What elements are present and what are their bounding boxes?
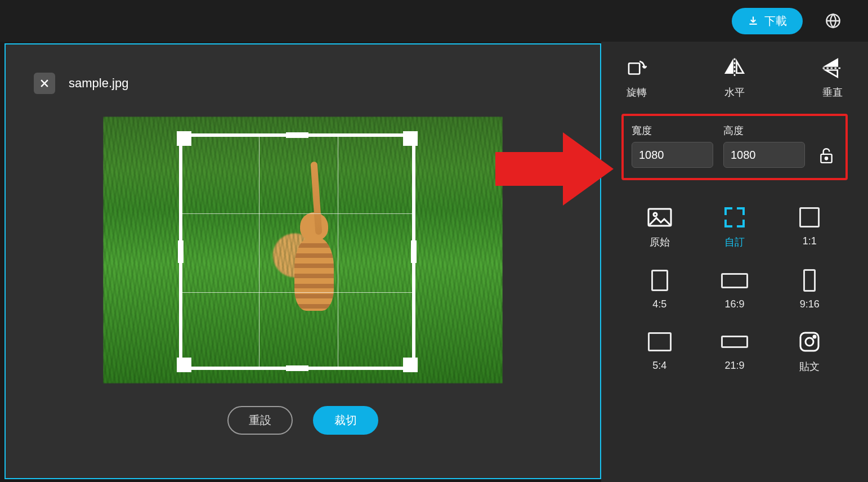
crop-handle-bottom[interactable]	[286, 365, 308, 371]
flip-horizontal-icon	[723, 56, 746, 80]
ratio-custom[interactable]: 自訂	[702, 206, 767, 249]
crop-button[interactable]: 裁切	[313, 406, 378, 435]
aspect-ratio-list: 原始 自訂 1:1 4:5	[621, 203, 848, 428]
svg-point-3	[825, 157, 827, 159]
dimensions-box: 寬度 高度	[621, 114, 848, 180]
ratio-16-9[interactable]: 16:9	[702, 269, 767, 310]
ratio-original[interactable]: 原始	[627, 206, 692, 249]
ratio-4-5[interactable]: 4:5	[627, 269, 692, 310]
crop-frame[interactable]	[179, 133, 415, 370]
ratio-9-16[interactable]: 9:16	[777, 269, 842, 310]
download-icon	[748, 15, 759, 26]
file-header: sample.jpg	[34, 73, 572, 94]
flip-vertical-button[interactable]: 垂直	[821, 56, 844, 99]
height-label: 高度	[723, 124, 805, 137]
ratio-label: 5:4	[652, 360, 666, 372]
rotate-label: 旋轉	[627, 86, 647, 99]
height-field: 高度	[723, 124, 805, 168]
language-icon[interactable]	[825, 13, 841, 29]
ratio-label: 原始	[650, 235, 670, 249]
ratio-post[interactable]: 貼文	[777, 331, 842, 373]
ratio-label: 16:9	[724, 298, 744, 310]
unlock-icon	[818, 147, 834, 164]
flip-vertical-label: 垂直	[822, 86, 843, 99]
crop-handle-bottom-right[interactable]	[403, 358, 418, 372]
ratio-label: 4:5	[652, 298, 666, 310]
flip-horizontal-button[interactable]: 水平	[723, 56, 746, 99]
aspect-lock-button[interactable]	[815, 143, 838, 168]
ratio-label: 自訂	[724, 235, 745, 249]
crop-handle-left[interactable]	[178, 240, 184, 263]
rotate-icon	[625, 56, 648, 80]
svg-point-8	[813, 336, 816, 338]
image-canvas[interactable]	[103, 117, 503, 383]
svg-point-7	[806, 338, 813, 346]
width-field: 寬度	[632, 124, 713, 168]
custom-crop-icon	[723, 206, 746, 229]
editor-panel: sample.jpg 重設 裁切	[5, 43, 601, 479]
close-icon	[39, 78, 50, 89]
ratio-label: 9:16	[800, 298, 820, 310]
rotate-button[interactable]: 旋轉	[625, 56, 648, 99]
svg-point-5	[654, 213, 657, 216]
ratio-label: 貼文	[799, 360, 820, 373]
ratio-5-4[interactable]: 5:4	[627, 331, 692, 373]
top-bar: 下載	[0, 0, 868, 42]
filename-label: sample.jpg	[69, 76, 128, 91]
download-button[interactable]: 下載	[732, 8, 803, 34]
properties-panel: 旋轉 水平 垂直 寬度	[601, 42, 868, 482]
flip-vertical-icon	[821, 56, 844, 80]
width-label: 寬度	[632, 124, 713, 137]
download-label: 下載	[764, 14, 787, 29]
ratio-1-1[interactable]: 1:1	[777, 206, 842, 249]
crop-handle-right[interactable]	[411, 240, 417, 263]
width-input[interactable]	[632, 142, 713, 168]
ratio-label: 1:1	[803, 235, 817, 247]
instagram-icon	[799, 331, 820, 352]
close-button[interactable]	[34, 73, 55, 94]
transform-tools: 旋轉 水平 垂直	[621, 56, 848, 114]
crop-handle-top[interactable]	[286, 132, 308, 138]
ratio-label: 21:9	[724, 360, 744, 372]
height-input[interactable]	[723, 142, 805, 168]
crop-handle-top-right[interactable]	[403, 131, 418, 146]
action-row: 重設 裁切	[227, 406, 378, 435]
crop-handle-bottom-left[interactable]	[177, 358, 191, 372]
flip-horizontal-label: 水平	[724, 86, 745, 99]
ratio-21-9[interactable]: 21:9	[702, 331, 767, 373]
svg-rect-1	[629, 63, 639, 74]
reset-button[interactable]: 重設	[227, 406, 293, 435]
image-icon	[647, 208, 672, 227]
crop-handle-top-left[interactable]	[177, 131, 191, 146]
